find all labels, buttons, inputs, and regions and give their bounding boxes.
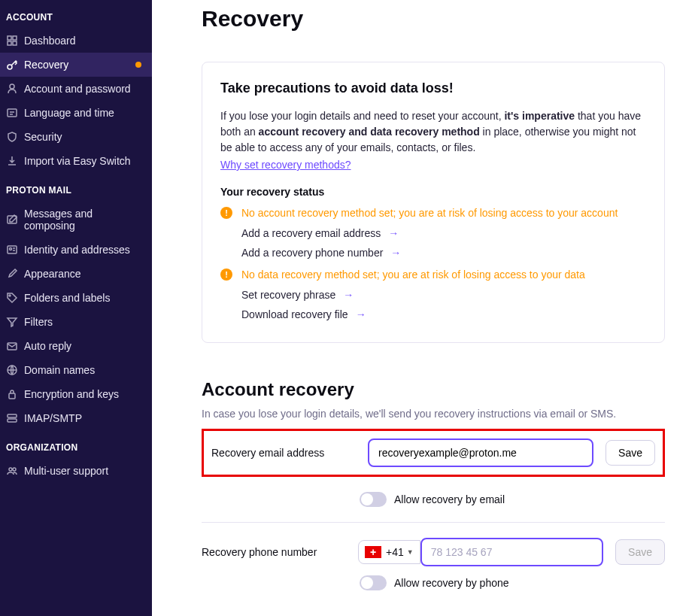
sidebar-item-label: Recovery: [24, 59, 68, 71]
status-warning-text: No data recovery method set; you are at …: [241, 269, 585, 281]
recovery-phone-label: Recovery phone number: [202, 546, 358, 558]
svg-point-5: [10, 84, 14, 89]
toggle-label: Allow recovery by email: [394, 493, 505, 505]
arrow-right-icon: →: [388, 227, 399, 239]
key-icon: [6, 59, 18, 71]
card-description: If you lose your login details and need …: [220, 108, 646, 156]
sidebar-item-dashboard[interactable]: Dashboard: [0, 29, 152, 53]
sidebar-item-appearance[interactable]: Appearance: [0, 262, 152, 286]
main-content: Recovery Take precautions to avoid data …: [152, 0, 689, 616]
globe-icon: [6, 364, 18, 376]
sidebar-item-label: Appearance: [24, 268, 81, 280]
sidebar-item-account-password[interactable]: Account and password: [0, 77, 152, 101]
allow-phone-recovery-row: Allow recovery by phone: [360, 575, 665, 590]
warning-icon: !: [220, 207, 232, 219]
svg-rect-2: [8, 41, 11, 45]
sidebar-item-imap[interactable]: IMAP/SMTP: [0, 406, 152, 430]
filter-icon: [6, 316, 18, 328]
page-title: Recovery: [202, 6, 665, 32]
svg-rect-14: [8, 414, 17, 417]
account-recovery-subtitle: In case you lose your login details, we'…: [202, 408, 665, 420]
person-icon: [6, 83, 18, 95]
svg-rect-3: [13, 41, 17, 45]
sidebar-item-label: Security: [24, 131, 62, 143]
country-code-selector[interactable]: +41 ▼: [358, 540, 420, 564]
sidebar-item-label: Domain names: [24, 364, 95, 376]
reply-icon: [6, 340, 18, 352]
sidebar: ACCOUNT Dashboard Recovery Account and p…: [0, 0, 152, 616]
warning-icon: !: [220, 269, 232, 281]
recovery-email-row: Recovery email address Save: [211, 438, 655, 467]
flag-icon: [365, 546, 381, 558]
highlighted-region: Recovery email address Save: [202, 429, 665, 477]
svg-rect-6: [8, 109, 17, 117]
svg-rect-15: [8, 419, 17, 422]
recovery-status-card: Take precautions to avoid data loss! If …: [202, 62, 665, 343]
why-recovery-link[interactable]: Why set recovery methods?: [220, 159, 351, 171]
server-icon: [6, 412, 18, 424]
arrow-right-icon: →: [356, 308, 366, 320]
arrow-right-icon: →: [390, 247, 401, 259]
sidebar-item-autoreply[interactable]: Auto reply: [0, 334, 152, 358]
recovery-phone-row: Recovery phone number +41 ▼ Save: [202, 538, 665, 566]
import-icon: [6, 155, 18, 167]
divider: [202, 522, 665, 523]
account-recovery-heading: Account recovery: [202, 379, 665, 400]
svg-rect-1: [13, 36, 17, 40]
svg-rect-0: [8, 36, 11, 40]
shield-icon: [6, 131, 18, 143]
download-recovery-file-link[interactable]: Download recovery file →: [241, 305, 646, 324]
sidebar-item-label: Account and password: [24, 83, 131, 95]
status-warning-row: ! No account recovery method set; you ar…: [220, 207, 646, 219]
sidebar-item-security[interactable]: Security: [0, 125, 152, 149]
svg-point-10: [9, 295, 11, 296]
sidebar-item-label: Identity and addresses: [24, 244, 130, 256]
add-recovery-email-link[interactable]: Add a recovery email address →: [241, 223, 646, 243]
recovery-phone-input[interactable]: [420, 538, 603, 566]
recovery-status-heading: Your recovery status: [220, 186, 646, 198]
sidebar-item-language-time[interactable]: Language and time: [0, 101, 152, 125]
chevron-down-icon: ▼: [407, 548, 414, 556]
sidebar-item-label: Import via Easy Switch: [24, 155, 131, 167]
sidebar-item-label: Messages and composing: [24, 208, 143, 232]
sidebar-item-label: Folders and labels: [24, 292, 110, 304]
sidebar-item-label: Dashboard: [24, 35, 76, 47]
sidebar-item-label: Multi-user support: [24, 465, 108, 477]
warning-dot-icon: [135, 62, 141, 68]
compose-icon: [6, 214, 18, 226]
sidebar-item-label: Encryption and keys: [24, 388, 119, 400]
allow-phone-recovery-toggle[interactable]: [360, 575, 387, 590]
sidebar-item-domains[interactable]: Domain names: [0, 358, 152, 382]
toggle-label: Allow recovery by phone: [394, 577, 509, 589]
recovery-email-input[interactable]: [368, 438, 593, 467]
save-email-button[interactable]: Save: [606, 440, 655, 466]
sidebar-item-import[interactable]: Import via Easy Switch: [0, 149, 152, 173]
sidebar-item-label: IMAP/SMTP: [24, 412, 82, 424]
sidebar-item-filters[interactable]: Filters: [0, 310, 152, 334]
grid-icon: [6, 35, 18, 47]
sidebar-item-label: Auto reply: [24, 340, 71, 352]
svg-point-16: [9, 468, 12, 471]
svg-rect-13: [9, 393, 15, 399]
sidebar-item-multiuser[interactable]: Multi-user support: [0, 459, 152, 483]
lock-icon: [6, 388, 18, 400]
sidebar-item-label: Filters: [24, 316, 53, 328]
svg-point-9: [10, 248, 12, 250]
allow-email-recovery-toggle[interactable]: [360, 492, 387, 507]
phone-code: +41: [386, 546, 404, 558]
status-warning-row: ! No data recovery method set; you are a…: [220, 269, 646, 281]
save-phone-button[interactable]: Save: [615, 539, 665, 565]
language-icon: [6, 107, 18, 119]
sidebar-item-folders[interactable]: Folders and labels: [0, 286, 152, 310]
set-recovery-phrase-link[interactable]: Set recovery phrase →: [241, 285, 646, 305]
sidebar-section-mail: PROTON MAIL: [0, 173, 152, 202]
sidebar-section-account: ACCOUNT: [0, 0, 152, 29]
card-title: Take precautions to avoid data loss!: [220, 80, 646, 96]
add-recovery-phone-link[interactable]: Add a recovery phone number →: [241, 243, 646, 262]
sidebar-item-encryption[interactable]: Encryption and keys: [0, 382, 152, 406]
sidebar-item-messages[interactable]: Messages and composing: [0, 202, 152, 238]
sidebar-item-identity[interactable]: Identity and addresses: [0, 238, 152, 262]
status-warning-text: No account recovery method set; you are …: [241, 207, 618, 219]
recovery-email-label: Recovery email address: [211, 447, 368, 459]
sidebar-item-recovery[interactable]: Recovery: [0, 53, 152, 77]
